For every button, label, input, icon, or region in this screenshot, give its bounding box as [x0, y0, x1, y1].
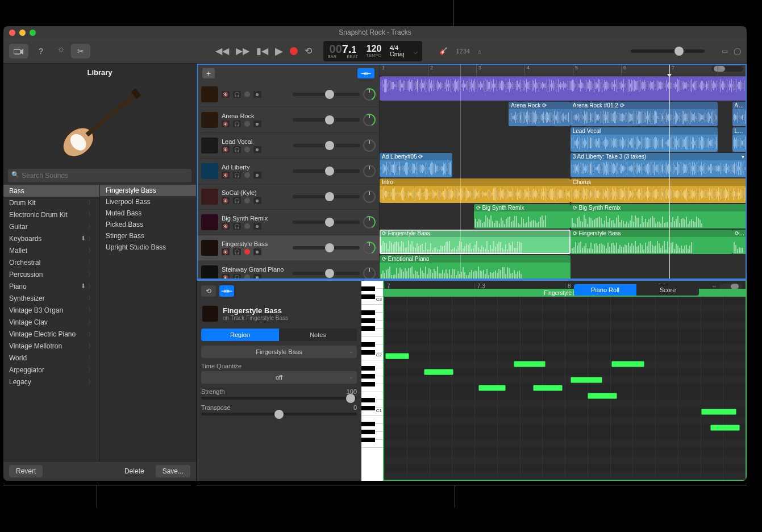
region[interactable]: Arena Rock ⟳: [509, 102, 571, 126]
input-monitor[interactable]: ⏺: [253, 172, 261, 178]
track-volume-slider[interactable]: [293, 195, 360, 198]
region[interactable]: Arena Rock #01.2 ⟳: [571, 102, 718, 126]
midi-note[interactable]: [514, 361, 546, 367]
mute-button[interactable]: 🔇: [222, 91, 230, 98]
mute-button[interactable]: 🔇: [222, 274, 230, 279]
pan-knob[interactable]: [363, 88, 376, 101]
record-enable[interactable]: [244, 223, 250, 229]
library-category-item[interactable]: Mallet〉: [3, 244, 99, 256]
horizontal-zoom-slider[interactable]: [711, 66, 743, 72]
track-header[interactable]: 🔇 🎧 ⏺: [198, 82, 379, 107]
scissors-tool[interactable]: ✂: [71, 44, 90, 59]
solo-button[interactable]: 🎧: [233, 248, 241, 255]
library-category-item[interactable]: Vintage Mellotron〉: [3, 340, 99, 352]
track-volume-slider[interactable]: [293, 221, 360, 224]
region[interactable]: ⟳ Big Synth Remix: [474, 204, 571, 228]
region[interactable]: Intro: [380, 178, 571, 203]
library-category-item[interactable]: Keyboards⬇〉: [3, 232, 99, 244]
region[interactable]: Lead Vocal: [732, 127, 746, 152]
pan-knob[interactable]: [363, 216, 376, 228]
input-monitor[interactable]: ⏺: [253, 248, 261, 255]
midi-note[interactable]: [710, 425, 740, 431]
region[interactable]: ⟳ Emotional Piano: [380, 255, 571, 279]
loop-browser-icon[interactable]: ◯: [734, 47, 741, 55]
master-volume-slider[interactable]: [631, 49, 705, 53]
input-monitor[interactable]: ⏺: [253, 146, 261, 153]
solo-button[interactable]: 🎧: [233, 172, 241, 178]
track-header[interactable]: SoCal (Kyle) 🔇 🎧 ⏺: [198, 184, 379, 210]
track-volume-slider[interactable]: [293, 144, 360, 147]
region-name-dropdown[interactable]: Fingerstyle Bass: [201, 346, 357, 358]
library-category-item[interactable]: Piano⬇〉: [3, 280, 99, 292]
add-track-button[interactable]: +: [202, 68, 215, 78]
mute-button[interactable]: 🔇: [222, 120, 230, 127]
record-enable[interactable]: [244, 121, 250, 127]
library-toggle-button[interactable]: [9, 44, 28, 59]
editor-catch-button[interactable]: ⇥⇤: [219, 285, 234, 297]
stop-button[interactable]: ▮◀: [256, 45, 268, 56]
library-category-item[interactable]: Bass〉: [3, 185, 99, 197]
track-view-button[interactable]: ⇥⇤: [357, 68, 374, 78]
library-category-item[interactable]: Arpeggiator〉: [3, 364, 99, 376]
region[interactable]: [380, 76, 746, 101]
library-category-item[interactable]: Electronic Drum Kit〉: [3, 209, 99, 221]
record-enable[interactable]: [244, 249, 250, 255]
record-enable[interactable]: [244, 147, 250, 152]
mute-button[interactable]: 🔇: [222, 146, 230, 153]
mute-button[interactable]: 🔇: [222, 197, 230, 204]
save-button[interactable]: Save...: [156, 465, 190, 477]
pan-knob[interactable]: [363, 267, 376, 279]
library-category-item[interactable]: Orchestral〉: [3, 256, 99, 268]
midi-note[interactable]: [478, 385, 506, 391]
tuner-icon[interactable]: 🎸: [439, 47, 448, 55]
region[interactable]: Arena R: [732, 102, 746, 126]
input-monitor[interactable]: ⏺: [253, 223, 261, 230]
revert-button[interactable]: Revert: [9, 465, 43, 477]
region[interactable]: ⟳ Fingerstyle Bass: [571, 230, 732, 254]
midi-note[interactable]: [385, 353, 409, 359]
library-category-item[interactable]: Synthesizer〉: [3, 292, 99, 304]
track-volume-slider[interactable]: [293, 118, 360, 122]
midi-note[interactable]: [611, 361, 644, 367]
region[interactable]: 3 Ad Liberty: Take 3 (3 takes) ▾: [571, 153, 746, 177]
midi-note[interactable]: [424, 369, 453, 375]
library-category-item[interactable]: Vintage Clav〉: [3, 316, 99, 328]
track-volume-slider[interactable]: [293, 93, 360, 96]
delete-button[interactable]: Delete: [118, 465, 151, 477]
record-enable[interactable]: [244, 275, 250, 279]
solo-button[interactable]: 🎧: [233, 274, 241, 279]
track-volume-slider[interactable]: [293, 272, 360, 275]
library-preset-item[interactable]: Muted Bass: [100, 207, 196, 219]
pan-knob[interactable]: [363, 165, 376, 177]
play-button[interactable]: ▶: [275, 45, 283, 57]
region[interactable]: ⟳ Fingers: [732, 230, 746, 254]
region[interactable]: ⟳ Big Synth Remix: [571, 204, 746, 228]
record-enable[interactable]: [244, 172, 250, 178]
library-preset-item[interactable]: Picked Bass: [100, 219, 196, 230]
lcd-display[interactable]: 007.1 BARBEAT 120 TEMPO 4/4 Cmaj ⌵: [323, 41, 423, 61]
time-quantize-dropdown[interactable]: off: [201, 371, 357, 384]
input-monitor[interactable]: ⏺: [253, 274, 261, 279]
region[interactable]: Ad Liberty#05 ⟳: [380, 153, 452, 177]
library-category-item[interactable]: Drum Kit〉: [3, 197, 99, 209]
help-button[interactable]: ?: [34, 44, 48, 59]
track-volume-slider[interactable]: [293, 246, 360, 250]
search-input[interactable]: [8, 169, 191, 182]
midi-note[interactable]: [533, 385, 563, 391]
midi-note[interactable]: [588, 393, 617, 399]
library-category-item[interactable]: Guitar〉: [3, 221, 99, 232]
track-volume-slider[interactable]: [293, 169, 360, 173]
region[interactable]: Lead Vocal: [571, 127, 718, 152]
input-monitor[interactable]: ⏺: [253, 120, 261, 127]
input-monitor[interactable]: ⏺: [253, 91, 261, 98]
solo-button[interactable]: 🎧: [233, 146, 241, 153]
mute-button[interactable]: 🔇: [222, 223, 230, 230]
pan-knob[interactable]: [363, 242, 376, 254]
library-category-item[interactable]: Legacy〉: [3, 376, 99, 388]
mute-button[interactable]: 🔇: [222, 248, 230, 255]
track-header[interactable]: Arena Rock 🔇 🎧 ⏺: [198, 107, 379, 133]
track-header[interactable]: Fingerstyle Bass 🔇 🎧 ⏺: [198, 235, 379, 261]
library-preset-item[interactable]: Liverpool Bass: [100, 196, 196, 207]
record-enable[interactable]: [244, 92, 250, 97]
lcd-dropdown-icon[interactable]: ⌵: [413, 47, 418, 56]
